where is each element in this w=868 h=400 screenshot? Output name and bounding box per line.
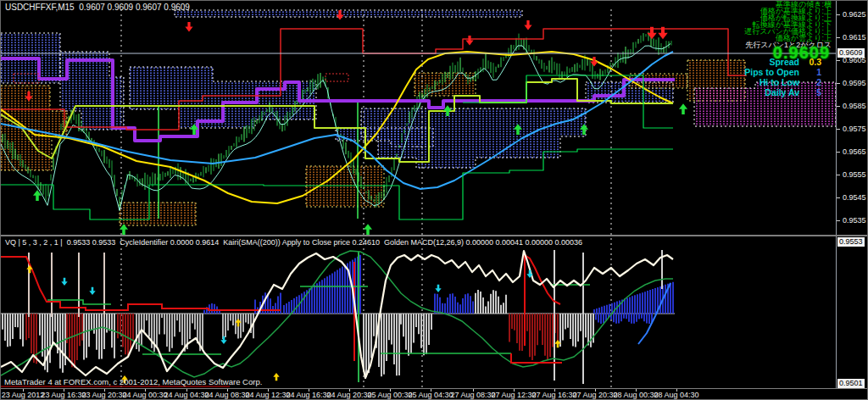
time-tick-label: 25 Aug 00:30 [367, 391, 412, 399]
time-tick-label: 25 Aug 04:30 [408, 391, 453, 399]
price-tick-mark [837, 14, 840, 15]
time-tick-label: 24 Aug 20:30 [326, 391, 371, 399]
price-tick-label: 0.9545 [843, 193, 866, 202]
price-tick-mark [837, 152, 840, 153]
bid-price-box: 0.9609 [837, 48, 865, 58]
price-axis[interactable]: 0.96250.96150.96050.95950.95850.95750.95… [837, 1, 868, 389]
time-tick-label: 28 Aug 04:30 [654, 391, 698, 399]
price-tick-mark [837, 83, 840, 84]
ichimoku-status-panel: 基準線の傾き:横価格が基準線より:上価格が転換線より:上転換線が基準線より:下遅… [744, 1, 832, 48]
quote-label: Spread [769, 57, 799, 67]
price-tick-label: 0.9555 [843, 170, 866, 179]
quote-panel: Spread0.3Pips to Open1Hi to Low2Daily Av… [744, 57, 821, 97]
quote-row: Spread0.3 [744, 57, 821, 67]
time-tick-label: 27 Aug 08:30 [450, 391, 495, 399]
time-tick-label: 27 Aug 20:30 [572, 391, 617, 399]
price-tick-mark [837, 175, 840, 175]
time-tick-label: 24 Aug 08:30 [204, 391, 249, 399]
price-tick-mark [837, 106, 840, 107]
quote-value: 5 [799, 87, 821, 97]
time-tick-label: 23 Aug 20:30 [81, 391, 126, 399]
quote-row: Pips to Open1 [744, 67, 821, 77]
price-tick-label: 0.9625 [843, 10, 866, 19]
sub-scale-max-box: 0.9553 [837, 237, 865, 247]
time-tick-label: 28 Aug 00:30 [613, 391, 658, 399]
price-tick-label: 0.9565 [843, 147, 866, 156]
time-tick-label: 24 Aug 04:30 [164, 391, 209, 399]
status-bar: MetaTrader 4 at FOREX.com, c 2001-2012, … [4, 377, 262, 386]
time-tick-label: 27 Aug 16:30 [531, 391, 576, 399]
quote-label: Hi to Low [760, 77, 799, 87]
quote-row: Hi to Low2 [744, 77, 821, 87]
price-tick-label: 0.9615 [843, 33, 866, 42]
main-chart[interactable] [1, 1, 837, 236]
price-tick-mark [837, 197, 840, 198]
price-tick-label: 0.9535 [843, 216, 866, 225]
quote-label: Pips to Open [744, 67, 799, 77]
indicator-legend: VQ | 5 , 3 , 2 , 1 | 0.9533 0.9533 Cycle… [5, 238, 582, 247]
quote-value: 0.3 [799, 57, 821, 67]
price-tick-mark [837, 129, 840, 130]
price-tick-mark [837, 220, 840, 221]
chart-title: USDCHFFXF,M15 0.9607 0.9609 0.9607 0.960… [5, 3, 190, 12]
price-tick-label: 0.9595 [843, 79, 866, 87]
indicator-subwindow[interactable] [1, 236, 837, 389]
mt4-window: USDCHFFXF,M15 0.9607 0.9609 0.9607 0.960… [0, 0, 868, 400]
sub-red-signal [1, 257, 281, 310]
timeaxis-separator [1, 388, 868, 389]
time-axis[interactable]: 23 Aug 201223 Aug 16:3023 Aug 20:3024 Au… [1, 389, 868, 400]
quote-row: Daily Av5 [744, 87, 821, 97]
time-tick-label: 23 Aug 2012 [2, 391, 45, 399]
quote-value: 2 [799, 77, 821, 87]
subwindow-splitter[interactable] [1, 235, 868, 236]
time-tick-label: 23 Aug 16:30 [41, 391, 86, 399]
price-tick-label: 0.9575 [843, 125, 866, 133]
price-tick-mark [837, 60, 840, 61]
time-tick-label: 27 Aug 12:30 [491, 391, 536, 399]
price-tick-mark [837, 37, 840, 38]
sub-scale-min-box: 0.9501 [837, 379, 865, 388]
time-tick-label: 24 Aug 16:30 [286, 391, 331, 399]
quote-label: Daily Av [765, 87, 799, 97]
time-tick-label: 24 Aug 12:30 [245, 391, 290, 399]
axis-separator [836, 1, 837, 389]
price-tick-label: 0.9585 [843, 102, 866, 110]
quote-value: 1 [799, 67, 821, 77]
time-tick-label: 24 Aug 00:30 [122, 391, 167, 399]
